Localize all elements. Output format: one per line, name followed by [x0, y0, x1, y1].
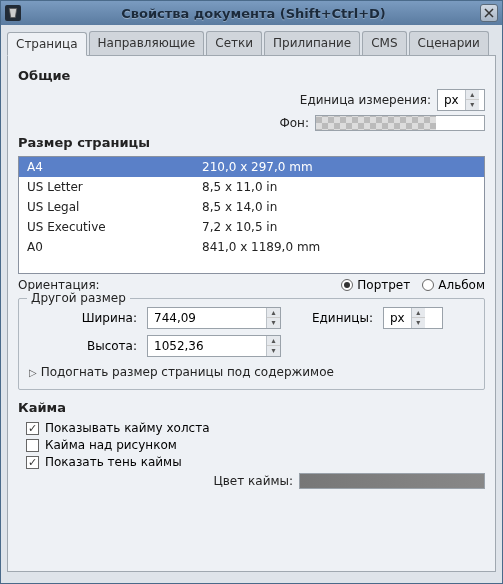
- pagesize-list[interactable]: A4210,0 x 297,0 mm US Letter8,5 x 11,0 i…: [18, 156, 485, 274]
- general-heading: Общие: [18, 68, 485, 83]
- radio-landscape[interactable]: Альбом: [422, 278, 485, 292]
- checkbox-icon: [26, 456, 39, 469]
- fit-expander[interactable]: ▷ Подогнать размер страницы под содержим…: [29, 365, 474, 379]
- custom-size-group: Другой размер Ширина: 744,09▴▾ Единицы: …: [18, 298, 485, 390]
- width-label: Ширина:: [29, 311, 137, 325]
- tab-cms[interactable]: CMS: [362, 31, 406, 55]
- custom-legend: Другой размер: [27, 291, 130, 305]
- list-item: A4210,0 x 297,0 mm: [19, 157, 484, 177]
- border-color-swatch[interactable]: [299, 473, 485, 489]
- app-icon: [5, 5, 21, 21]
- checkbox-icon: [26, 439, 39, 452]
- radio-dot-icon: [341, 279, 353, 291]
- close-button[interactable]: [480, 4, 498, 22]
- tab-scripts[interactable]: Сценарии: [409, 31, 489, 55]
- tab-panel: Общие Единица измерения: px ▴▾ Фон: Разм…: [7, 56, 496, 572]
- radio-dot-icon: [422, 279, 434, 291]
- tab-page[interactable]: Страница: [7, 32, 87, 56]
- list-item: US Executive7,2 x 10,5 in: [19, 217, 484, 237]
- bg-swatch[interactable]: [315, 115, 485, 131]
- list-item: A0841,0 x 1189,0 mm: [19, 237, 484, 257]
- width-input[interactable]: 744,09▴▾: [147, 307, 281, 329]
- bg-label: Фон:: [279, 116, 309, 130]
- tab-grids[interactable]: Сетки: [206, 31, 262, 55]
- unit-value: px: [438, 93, 465, 107]
- unit-select[interactable]: px ▴▾: [437, 89, 485, 111]
- check-border-on-top[interactable]: Кайма над рисунком: [26, 438, 485, 452]
- check-show-border[interactable]: Показывать кайму холста: [26, 421, 485, 435]
- radio-portrait[interactable]: Портрет: [341, 278, 410, 292]
- checkbox-icon: [26, 422, 39, 435]
- border-color-label: Цвет каймы:: [213, 474, 293, 488]
- list-item: US Legal8,5 x 14,0 in: [19, 197, 484, 217]
- titlebar: Свойства документа (Shift+Ctrl+D): [1, 1, 502, 25]
- unit-spud[interactable]: ▴▾: [465, 90, 479, 110]
- height-input[interactable]: 1052,36▴▾: [147, 335, 281, 357]
- unit-label: Единица измерения:: [300, 93, 431, 107]
- units-select[interactable]: px▴▾: [383, 307, 443, 329]
- border-heading: Кайма: [18, 400, 485, 415]
- chevron-right-icon: ▷: [29, 367, 37, 378]
- tabstrip: Страница Направляющие Сетки Прилипание C…: [7, 31, 496, 56]
- tab-snap[interactable]: Прилипание: [264, 31, 360, 55]
- pagesize-heading: Размер страницы: [18, 135, 485, 150]
- window-title: Свойства документа (Shift+Ctrl+D): [27, 6, 480, 21]
- units-label: Единицы:: [291, 311, 373, 325]
- list-item: US Letter8,5 x 11,0 in: [19, 177, 484, 197]
- orientation-label: Ориентация:: [18, 278, 100, 292]
- check-show-shadow[interactable]: Показать тень каймы: [26, 455, 485, 469]
- height-label: Высота:: [29, 339, 137, 353]
- tab-guides[interactable]: Направляющие: [89, 31, 205, 55]
